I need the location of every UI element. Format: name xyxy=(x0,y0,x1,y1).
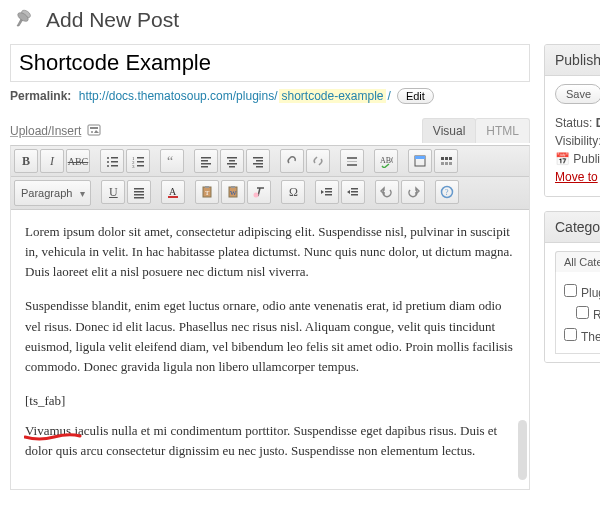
svg-rect-30 xyxy=(347,157,357,159)
svg-rect-45 xyxy=(134,197,144,199)
svg-rect-3 xyxy=(90,127,98,129)
svg-point-9 xyxy=(107,165,109,167)
svg-text:A: A xyxy=(169,186,177,197)
shortcode-text: [ts_fab] xyxy=(25,393,65,408)
more-button[interactable] xyxy=(340,149,364,173)
svg-rect-58 xyxy=(351,188,358,190)
svg-rect-44 xyxy=(134,194,144,196)
category-checkbox[interactable]: The xyxy=(560,325,598,344)
upload-insert-link[interactable]: Upload/Insert xyxy=(10,124,81,138)
save-draft-button[interactable]: Save xyxy=(555,84,600,104)
svg-rect-19 xyxy=(201,160,208,162)
editor: B I ABC 123 “ xyxy=(10,145,530,490)
svg-rect-35 xyxy=(415,156,425,159)
all-categories-tab[interactable]: All Cate xyxy=(555,251,600,272)
page-title: Add New Post xyxy=(46,8,179,32)
svg-rect-52 xyxy=(231,186,235,188)
svg-rect-12 xyxy=(137,157,144,159)
permalink-slug[interactable]: shortcode-example xyxy=(279,89,385,103)
svg-rect-6 xyxy=(111,157,118,159)
link-button[interactable] xyxy=(280,149,304,173)
redo-button[interactable] xyxy=(401,180,425,204)
svg-rect-24 xyxy=(227,163,237,165)
svg-rect-36 xyxy=(441,157,444,160)
svg-point-5 xyxy=(107,157,109,159)
fullscreen-button[interactable] xyxy=(408,149,432,173)
svg-rect-2 xyxy=(88,125,100,135)
kitchensink-button[interactable] xyxy=(434,149,458,173)
blockquote-button[interactable]: “ xyxy=(160,149,184,173)
undo-button[interactable] xyxy=(375,180,399,204)
textcolor-button[interactable]: A xyxy=(161,180,185,204)
calendar-icon: 📅 xyxy=(555,152,570,166)
add-media-icon[interactable] xyxy=(87,123,103,139)
align-left-button[interactable] xyxy=(194,149,218,173)
content-paragraph: Lorem ipsum dolor sit amet, consectetur … xyxy=(25,222,515,282)
justify-button[interactable] xyxy=(127,180,151,204)
scrollbar-thumb[interactable] xyxy=(518,420,527,480)
content-paragraph: Vivamus iaculis nulla et mi condimentum … xyxy=(25,421,515,461)
move-to-trash-link[interactable]: Move to xyxy=(555,170,598,184)
editor-content[interactable]: Lorem ipsum dolor sit amet, consectetur … xyxy=(11,210,529,489)
svg-rect-29 xyxy=(256,166,263,168)
svg-rect-60 xyxy=(351,194,358,196)
svg-rect-32 xyxy=(347,164,357,166)
svg-rect-25 xyxy=(229,166,235,168)
unlink-button[interactable] xyxy=(306,149,330,173)
post-title-input[interactable] xyxy=(10,44,530,82)
svg-text:W: W xyxy=(230,189,237,197)
svg-rect-48 xyxy=(203,187,211,197)
svg-rect-8 xyxy=(111,161,118,163)
ul-button[interactable] xyxy=(100,149,124,173)
svg-text:“: “ xyxy=(167,154,173,168)
svg-rect-26 xyxy=(253,157,263,159)
ol-button[interactable]: 123 xyxy=(126,149,150,173)
pushpin-icon xyxy=(10,6,38,34)
svg-rect-59 xyxy=(351,191,358,193)
svg-rect-27 xyxy=(256,160,263,162)
categories-metabox: Categor All Cate Plug R The xyxy=(544,211,600,363)
svg-rect-14 xyxy=(137,161,144,163)
underline-button[interactable]: U xyxy=(101,180,125,204)
svg-rect-28 xyxy=(253,163,263,165)
help-button[interactable]: ? xyxy=(435,180,459,204)
svg-rect-38 xyxy=(449,157,452,160)
svg-rect-56 xyxy=(325,191,332,193)
svg-text:1: 1 xyxy=(132,156,135,161)
paste-text-button[interactable]: T xyxy=(195,180,219,204)
svg-rect-10 xyxy=(111,165,118,167)
svg-rect-55 xyxy=(325,188,332,190)
align-center-button[interactable] xyxy=(220,149,244,173)
tab-visual[interactable]: Visual xyxy=(422,118,476,143)
svg-text:2: 2 xyxy=(132,160,135,165)
svg-rect-23 xyxy=(229,160,235,162)
svg-rect-18 xyxy=(201,157,211,159)
categories-title: Categor xyxy=(545,212,600,243)
format-select[interactable]: Paragraph xyxy=(14,180,91,206)
spellcheck-button[interactable]: ABC xyxy=(374,149,398,173)
category-checkbox[interactable]: Plug xyxy=(560,281,598,300)
tab-html[interactable]: HTML xyxy=(475,118,530,143)
permalink-base[interactable]: http://docs.thematosoup.com/plugins/ xyxy=(79,89,278,103)
align-right-button[interactable] xyxy=(246,149,270,173)
edit-slug-button[interactable]: Edit xyxy=(397,88,434,104)
svg-rect-47 xyxy=(168,196,178,198)
svg-point-61 xyxy=(442,187,453,198)
charmap-button[interactable]: Ω xyxy=(281,180,305,204)
svg-text:T: T xyxy=(205,189,210,197)
indent-button[interactable] xyxy=(341,180,365,204)
strike-button[interactable]: ABC xyxy=(66,149,90,173)
permalink-row: Permalink: http://docs.thematosoup.com/p… xyxy=(10,88,530,104)
remove-format-button[interactable] xyxy=(247,180,271,204)
paste-word-button[interactable]: W xyxy=(221,180,245,204)
svg-rect-41 xyxy=(449,162,452,165)
svg-rect-21 xyxy=(201,166,208,168)
outdent-button[interactable] xyxy=(315,180,339,204)
bold-button[interactable]: B xyxy=(14,149,38,173)
svg-rect-51 xyxy=(229,187,237,197)
italic-button[interactable]: I xyxy=(40,149,64,173)
svg-rect-22 xyxy=(227,157,237,159)
svg-rect-57 xyxy=(325,194,332,196)
svg-point-7 xyxy=(107,161,109,163)
category-checkbox[interactable]: R xyxy=(560,303,598,322)
